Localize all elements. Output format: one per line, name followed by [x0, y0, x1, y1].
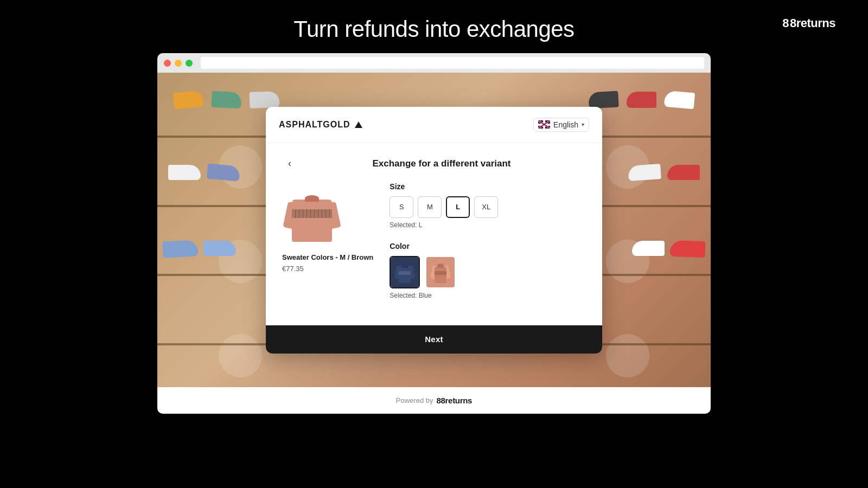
- color-brown-inner: [426, 257, 455, 287]
- powered-by-text: Powered by: [396, 396, 433, 404]
- window-maximize-dot[interactable]: [186, 60, 193, 67]
- product-price: €77.35: [282, 265, 373, 273]
- sneaker-decor-3: [249, 91, 279, 108]
- size-m-button[interactable]: M: [418, 196, 442, 218]
- mini-sweater-blue: [392, 258, 417, 286]
- size-options: S M L XL: [390, 196, 586, 218]
- sneaker-decor-14: [632, 241, 665, 256]
- exchange-modal: ASPHALTGOLD English ▾ ‹ Exchange for a d…: [266, 107, 602, 354]
- size-xl-button[interactable]: XL: [474, 196, 498, 218]
- color-options: [390, 256, 586, 288]
- sneaker-decor-2: [211, 91, 241, 109]
- page-footer: Powered by 88returns: [157, 387, 711, 414]
- product-image: [282, 182, 342, 247]
- logo-text: ASPHALTGOLD: [279, 120, 350, 130]
- size-l-button[interactable]: L: [446, 196, 470, 218]
- color-selected-text: Selected: Blue: [390, 292, 586, 299]
- sneakers-right-top: [589, 92, 694, 108]
- sneaker-decor-6: [162, 240, 198, 258]
- window-minimize-dot[interactable]: [175, 60, 182, 67]
- back-button[interactable]: ‹: [282, 156, 297, 171]
- size-group: Size S M L XL Selected: L: [390, 182, 586, 229]
- size-label: Size: [390, 182, 586, 191]
- sneakers-right-low: [632, 241, 705, 257]
- sneaker-decor-8: [664, 91, 695, 110]
- sneaker-decor-12: [628, 164, 661, 181]
- sneaker-decor-4: [168, 165, 201, 180]
- sneaker-decor-13: [669, 240, 705, 258]
- product-image-area: Sweater Colors - M / Brown €77.35: [282, 182, 373, 273]
- color-blue-inner: [391, 257, 419, 287]
- footer-brand-logo: 88returns: [436, 396, 472, 405]
- sneaker-decor-11: [667, 165, 700, 180]
- sneaker-decor-10: [588, 91, 618, 109]
- language-selector[interactable]: English ▾: [533, 118, 589, 132]
- sweater-collar: [305, 195, 319, 202]
- product-name: Sweater Colors - M / Brown: [282, 253, 373, 262]
- page-title: Turn refunds into exchanges: [0, 16, 868, 42]
- chevron-down-icon: ▾: [582, 121, 584, 127]
- color-blue-swatch[interactable]: [390, 256, 420, 288]
- sneaker-decor-5: [207, 163, 240, 181]
- logo-triangle-icon: [355, 121, 362, 128]
- sneakers-left-mid: [168, 165, 240, 180]
- size-s-button[interactable]: S: [390, 196, 413, 218]
- mini-sweater-brown: [428, 258, 453, 286]
- uk-flag-icon: [538, 120, 550, 129]
- language-label: English: [553, 120, 578, 129]
- window-close-dot[interactable]: [164, 60, 171, 67]
- sneaker-decor-7: [203, 241, 236, 256]
- product-section: Sweater Colors - M / Brown €77.35 Size S…: [282, 182, 586, 312]
- sneaker-decor-9: [627, 92, 656, 108]
- modal-footer: Next: [266, 325, 602, 354]
- browser-content: ASPHALTGOLD English ▾ ‹ Exchange for a d…: [157, 73, 711, 387]
- sneakers-left-low: [163, 241, 236, 257]
- browser-titlebar: [157, 53, 711, 73]
- modal-nav: ‹ Exchange for a different variant: [282, 156, 586, 171]
- sweater-pattern: [292, 209, 332, 218]
- section-title: Exchange for a different variant: [297, 158, 586, 169]
- color-group: Color: [390, 242, 586, 299]
- brand-logo-top: 88returns: [782, 16, 835, 30]
- address-bar[interactable]: [201, 57, 704, 69]
- sneakers-left-top: [174, 92, 279, 108]
- variants-section: Size S M L XL Selected: L Color: [390, 182, 586, 312]
- browser-window: ASPHALTGOLD English ▾ ‹ Exchange for a d…: [157, 53, 711, 414]
- size-selected-text: Selected: L: [390, 221, 586, 229]
- color-label: Color: [390, 242, 586, 251]
- color-brown-swatch[interactable]: [425, 256, 456, 288]
- sneakers-right-mid: [628, 165, 700, 180]
- page-header: Turn refunds into exchanges 88returns: [0, 0, 868, 53]
- modal-header: ASPHALTGOLD English ▾: [266, 107, 602, 143]
- footer-eight: 8: [436, 396, 441, 405]
- sneaker-decor-1: [173, 91, 204, 110]
- sweater-body: [292, 200, 332, 242]
- brand-eight: 8: [782, 16, 789, 30]
- next-button[interactable]: Next: [266, 325, 602, 354]
- modal-body: ‹ Exchange for a different variant: [266, 143, 602, 325]
- brand-logo: ASPHALTGOLD: [279, 120, 362, 130]
